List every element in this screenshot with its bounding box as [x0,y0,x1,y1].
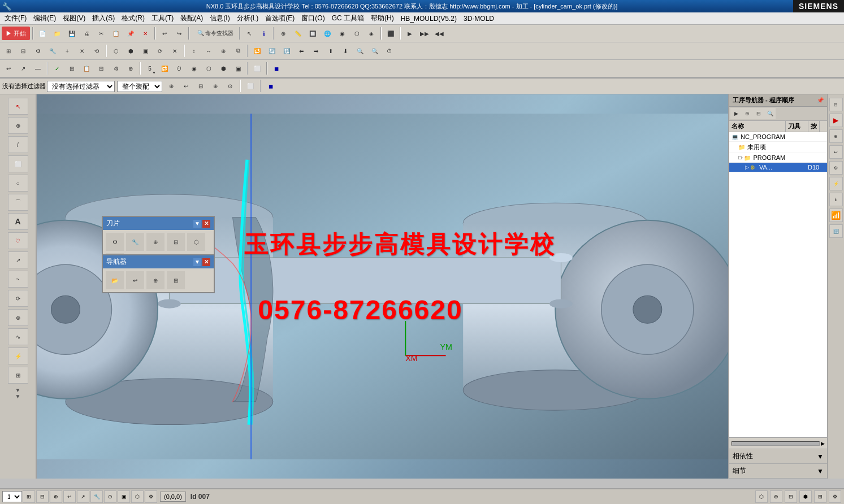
sidebar-expand-up2[interactable]: ▼ [15,393,21,399]
status-btn3[interactable]: ⊕ [50,490,62,503]
op-tb4[interactable]: 🔍 [764,108,776,119]
tb-open[interactable]: 📁 [50,27,64,40]
tb-save[interactable]: 💾 [65,27,79,40]
tb2-r3[interactable]: ⚙ [31,44,45,58]
tb2-r22[interactable]: ⬆ [324,44,337,58]
menu-format[interactable]: 格式(R) [118,12,148,24]
menu-hb[interactable]: HB_MOULD(V5.2) [397,14,460,24]
tb2-r14[interactable]: ↔ [202,44,215,58]
far-btn2[interactable]: ▶ [829,114,843,127]
nav-btn3[interactable]: ⊕ [146,271,165,289]
tb3-r8[interactable]: ⚙ [109,62,123,75]
status-rb6[interactable]: ⚙ [829,490,841,503]
filter-tb1[interactable]: ⊕ [165,80,178,93]
status-btn9[interactable]: ⬡ [131,490,144,503]
blade-btn3[interactable]: ⊕ [146,233,165,251]
tb3-r18[interactable]: ◼ [270,62,283,75]
tb3-r15[interactable]: ⬢ [217,62,230,75]
tb3-r1[interactable]: ↩ [2,62,15,75]
blade-panel-header[interactable]: 刀片 ▼ ✕ [103,217,214,230]
tool-select[interactable]: ↖ [8,98,28,115]
tb-arrow2[interactable]: ▶▶ [418,27,431,40]
filter-tb2[interactable]: ↩ [180,80,192,93]
op-tb2[interactable]: ⊕ [742,108,753,119]
menu-prefs[interactable]: 首选项(E) [262,12,298,24]
status-btn1[interactable]: ⊞ [23,490,35,503]
blade-btn2[interactable]: 🔧 [126,233,144,251]
tb-undo[interactable]: ↩ [158,27,171,40]
menu-info[interactable]: 信息(I) [206,12,233,24]
menu-help[interactable]: 帮助(H) [367,12,397,24]
menu-file[interactable]: 文件(F) [1,12,30,24]
scroll-track[interactable] [732,441,820,446]
tb2-r1[interactable]: ⊞ [2,44,15,58]
tool-heart[interactable]: ♡ [8,232,28,249]
dependency-section[interactable]: 相依性 ▼ [729,449,827,464]
tb-shade[interactable]: ◉ [335,27,349,40]
blade-panel-close[interactable]: ✕ [202,220,210,228]
nav-btn4[interactable]: ⊞ [167,271,185,289]
menu-edit[interactable]: 编辑(E) [30,12,59,24]
tb-hidden[interactable]: ◈ [365,27,378,40]
program-expand[interactable]: □- [738,155,743,160]
status-btn8[interactable]: ▣ [118,490,130,503]
tool-path[interactable]: ↗ [8,251,28,268]
op-navigator-pin[interactable]: 📌 [817,97,824,103]
tb2-r25[interactable]: 🔍 [368,44,382,58]
tool-rect[interactable]: ⬜ [8,155,28,172]
tb-select[interactable]: ↖ [243,27,256,40]
filter-tb7[interactable]: ◼ [265,80,277,93]
tb3-r17[interactable]: ⬜ [250,62,264,75]
tool-freeform[interactable]: ~ [8,271,28,288]
status-zoom-select[interactable]: 1 [2,491,22,502]
tool-circle[interactable]: ○ [8,175,28,192]
status-btn2[interactable]: ⊟ [36,490,49,503]
filter-tb6[interactable]: ⬜ [244,80,257,93]
scroll-right[interactable]: ▶ [821,441,825,446]
tb3-r3[interactable]: — [31,62,45,75]
tb2-r13[interactable]: ↕ [187,44,201,58]
nav-panel-expand[interactable]: ▼ [193,258,201,266]
tb-new[interactable]: 📄 [36,27,49,40]
tb3-r6[interactable]: 📋 [80,62,93,75]
tool-text[interactable]: A [8,213,28,230]
tool-curve[interactable]: ⌒ [8,194,28,211]
tb-paste[interactable]: 📌 [124,27,137,40]
menu-tools[interactable]: 工具(T) [148,12,177,24]
tb3-r16[interactable]: ▣ [231,62,245,75]
far-btn5[interactable]: ⚙ [829,161,843,175]
tb3-r11[interactable]: 🔁 [158,62,171,75]
far-btn9[interactable]: 🔢 [829,224,843,238]
tb2-r4[interactable]: 🔧 [46,44,59,58]
tb-info[interactable]: ℹ [257,27,271,40]
tb-3d[interactable]: 🔲 [306,27,319,40]
tb3-r14[interactable]: ⬡ [202,62,215,75]
tb2-r21[interactable]: ➡ [309,44,323,58]
menu-gc[interactable]: GC 工具箱 [328,12,367,24]
far-btn4[interactable]: ↩ [829,145,843,159]
filter-tb4[interactable]: ⊕ [209,80,222,93]
tree-item-unused[interactable]: 📁 未用项 [729,142,827,153]
tb2-r24[interactable]: 🔍 [353,44,367,58]
status-rb4[interactable]: ⬢ [799,490,812,503]
tb-snap[interactable]: ⊕ [276,27,290,40]
tool-wave[interactable]: ∿ [8,328,28,345]
tb-redo[interactable]: ↪ [172,27,186,40]
tb2-r20[interactable]: ⬅ [295,44,308,58]
tb2-r17[interactable]: 🔁 [250,44,264,58]
blade-btn4[interactable]: ⊟ [167,233,185,251]
menu-assembly[interactable]: 装配(A) [177,12,206,24]
filter-tb3[interactable]: ⊟ [194,80,207,93]
tb-copy[interactable]: 📋 [109,27,123,40]
viewport[interactable]: XM YM 玉环县步步高模具设计学校 0576-87266620 刀片 ▼ ✕ … [37,94,728,479]
status-rb1[interactable]: ⬡ [755,490,768,503]
tb-cmd-finder[interactable]: 🔍 命令查找器 [192,27,237,40]
filter-select[interactable]: 没有选择过滤器 [47,81,115,92]
menu-insert[interactable]: 插入(S) [89,12,118,24]
status-rb3[interactable]: ⊟ [785,490,797,503]
tb2-r5[interactable]: + [60,44,74,58]
tb-arrow1[interactable]: ▶ [403,27,417,40]
tb2-r19[interactable]: 🔃 [280,44,293,58]
tb2-r11[interactable]: ⟳ [153,44,167,58]
menu-3dmold[interactable]: 3D-MOLD [460,14,497,24]
